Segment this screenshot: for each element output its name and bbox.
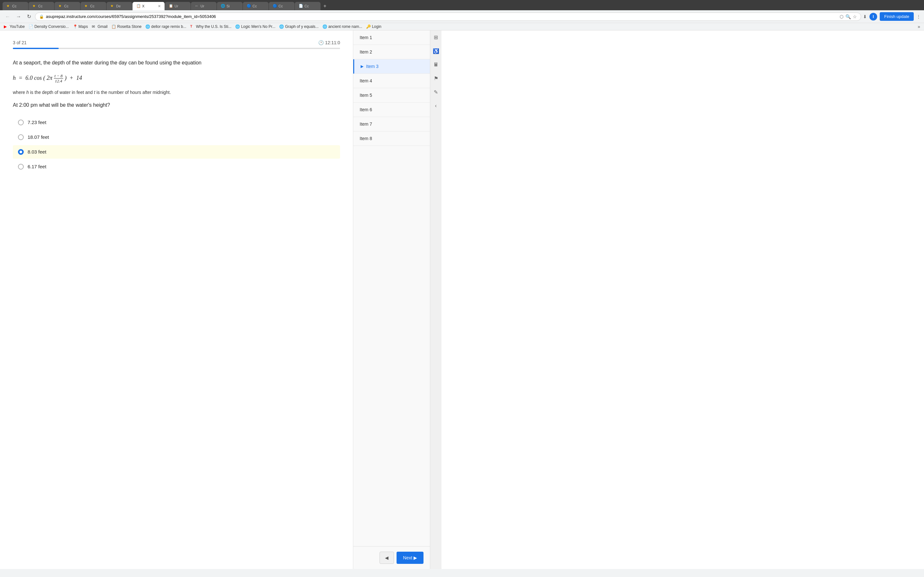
tab-favicon-3: ★: [58, 4, 63, 8]
choice-3[interactable]: 8.03 feet: [13, 145, 340, 159]
right-icon-strip: ⊞ ♿ 🖩 ⚑ ✎ ‹: [430, 31, 441, 569]
sidebar-item-6[interactable]: Item 6: [353, 103, 430, 117]
why-us-icon: T: [190, 24, 195, 29]
bookmark-density[interactable]: 📄 Density Conversio...: [29, 24, 69, 29]
flag-icon[interactable]: ⚑: [433, 74, 439, 83]
rome-icon: 🌐: [322, 24, 327, 29]
bookmark-logic-label: Logic Men's No Pr...: [241, 24, 275, 29]
sidebar-item-4[interactable]: Item 4: [353, 74, 430, 88]
tab-title-10: Cc: [252, 4, 265, 8]
tab-active[interactable]: 📋 X ✕: [132, 2, 165, 10]
bookmarks-more-icon[interactable]: »: [918, 24, 920, 29]
browser-chrome: ★ Cc ★ Cc ★ Cc ★ Cc ★ De 📋 X ✕ 📋 Ur ↔: [0, 0, 924, 10]
choice-radio-3[interactable]: [18, 149, 24, 155]
prev-button[interactable]: ◀: [380, 552, 394, 564]
bookmark-star-icon[interactable]: ☆: [853, 14, 857, 19]
tab-title-1: Cc: [12, 4, 24, 8]
new-tab-button[interactable]: +: [321, 2, 329, 10]
bookmark-gmail-label: Gmail: [97, 24, 107, 29]
tab-1[interactable]: ★ Cc: [3, 2, 28, 10]
math-formula-block: h = 6.0 cos ( 2π t − 8 12.4 ) + 14: [13, 73, 340, 84]
tab-9[interactable]: 🌐 Si: [217, 2, 242, 10]
math-formula: h = 6.0 cos ( 2π t − 8 12.4 ) + 14: [13, 75, 82, 81]
sidebar-item-2[interactable]: Item 2: [353, 45, 430, 59]
tab-3[interactable]: ★ Cc: [55, 2, 80, 10]
login-icon: 🔑: [366, 24, 371, 29]
clock-icon: 🕐: [318, 40, 324, 45]
choice-radio-1[interactable]: [18, 119, 24, 125]
choice-2[interactable]: 18.07 feet: [13, 131, 340, 144]
tab-4[interactable]: ★ Cc: [81, 2, 106, 10]
bookmark-density-label: Density Conversio...: [34, 24, 69, 29]
tab-12[interactable]: 📄 Cc: [295, 2, 320, 10]
profile-icon[interactable]: I: [869, 13, 877, 21]
dellor-icon: 🌐: [145, 24, 150, 29]
youtube-icon: ▶: [4, 24, 8, 29]
bookmark-rosetta[interactable]: 📋 Rosetta Stone: [111, 24, 142, 29]
tab-close-active[interactable]: ✕: [158, 4, 161, 8]
tab-favicon-11: 🔵: [273, 4, 277, 8]
choice-radio-2[interactable]: [18, 134, 24, 140]
bookmark-graph-label: Graph of y equals...: [285, 24, 318, 29]
sidebar-item-label-7: Item 7: [360, 121, 372, 127]
bookmark-youtube[interactable]: ▶ YouTube: [4, 24, 25, 29]
sidebar-item-1[interactable]: Item 1: [353, 31, 430, 45]
bookmark-gmail[interactable]: ✉ Gmail: [92, 24, 107, 29]
calculator-icon[interactable]: 🖩: [432, 61, 440, 69]
sidebar-item-label-5: Item 5: [360, 93, 372, 98]
pencil-icon[interactable]: ✎: [433, 88, 439, 97]
bookmark-login[interactable]: 🔑 Login: [366, 24, 381, 29]
sidebar-item-3[interactable]: ▶ Item 3: [353, 59, 430, 74]
bookmark-logic[interactable]: 🌐 Logic Men's No Pr...: [235, 24, 275, 29]
tab-2[interactable]: ★ Cc: [29, 2, 54, 10]
tab-favicon-12: 📄: [299, 4, 303, 8]
bookmark-dellor[interactable]: 🌐 dellor rage remix b...: [145, 24, 186, 29]
collapse-icon[interactable]: ‹: [434, 102, 438, 110]
tab-5[interactable]: ★ De: [107, 2, 132, 10]
finish-update-button[interactable]: Finish update: [880, 12, 914, 21]
tab-title-active: X: [142, 4, 155, 8]
tab-7[interactable]: 📋 Ur: [165, 2, 191, 10]
tab-favicon-2: ★: [32, 4, 37, 8]
more-options-icon[interactable]: ⋮: [916, 14, 921, 19]
bookmark-maps[interactable]: 📍 Maps: [73, 24, 88, 29]
bookmark-youtube-label: YouTube: [10, 24, 25, 29]
cast-icon[interactable]: ⬡: [840, 14, 843, 19]
choice-4[interactable]: 6.17 feet: [13, 160, 340, 173]
rosetta-icon: 📋: [111, 24, 116, 29]
back-button[interactable]: ←: [3, 13, 12, 21]
bookmark-graph[interactable]: 🌐 Graph of y equals...: [279, 24, 318, 29]
sidebar-item-7[interactable]: Item 7: [353, 117, 430, 131]
forward-button[interactable]: →: [14, 13, 23, 21]
tab-bar: ★ Cc ★ Cc ★ Cc ★ Cc ★ De 📋 X ✕ 📋 Ur ↔: [3, 2, 921, 10]
logic-icon: 🌐: [235, 24, 240, 29]
reload-button[interactable]: ↻: [25, 12, 33, 21]
search-icon[interactable]: 🔍: [845, 14, 851, 19]
tab-11[interactable]: 🔵 Cc: [269, 2, 294, 10]
sidebar-item-5[interactable]: Item 5: [353, 88, 430, 103]
tab-8[interactable]: ↔ Ur: [191, 2, 216, 10]
sidebar-item-arrow-3: ▶: [360, 64, 363, 69]
choice-label-4: 6.17 feet: [27, 164, 46, 169]
accessibility-icon[interactable]: ♿: [431, 47, 441, 55]
tab-title-11: Cc: [278, 4, 291, 8]
next-button[interactable]: Next ▶: [397, 552, 423, 564]
fraction-denominator: 12.4: [54, 79, 63, 84]
download-icon[interactable]: ⬇: [863, 14, 867, 19]
table-icon[interactable]: ⊞: [433, 33, 439, 42]
tab-favicon-active: 📋: [136, 4, 141, 8]
sidebar-item-label-2: Item 2: [360, 49, 372, 55]
sidebar: Item 1 Item 2 ▶ Item 3 Item 4 Item 5 Ite…: [353, 31, 430, 569]
tab-10[interactable]: 🔵 Cc: [243, 2, 268, 10]
tab-title-3: Cc: [64, 4, 76, 8]
bookmark-why-us[interactable]: T Why the U.S. Is Sti...: [190, 24, 232, 29]
sidebar-item-8[interactable]: Item 8: [353, 131, 430, 146]
nav-controls: ◀ Next ▶: [353, 546, 430, 569]
choice-radio-4[interactable]: [18, 164, 24, 169]
url-input[interactable]: asuprepaz.instructure.com/courses/65975/…: [46, 14, 838, 19]
lock-icon: 🔒: [39, 15, 44, 19]
address-bar[interactable]: 🔒 asuprepaz.instructure.com/courses/6597…: [35, 13, 861, 21]
bookmark-rome[interactable]: 🌐 ancient rome nam...: [322, 24, 362, 29]
question-text: At a seaport, the depth of the water dur…: [13, 59, 340, 67]
choice-1[interactable]: 7.23 feet: [13, 116, 340, 129]
